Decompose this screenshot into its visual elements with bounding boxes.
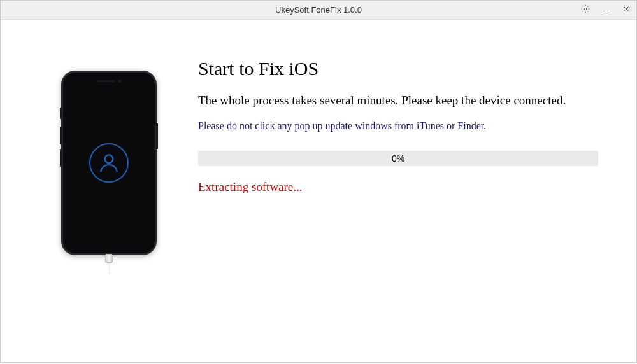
phone-button-decoration bbox=[156, 123, 158, 149]
svg-point-0 bbox=[584, 8, 587, 10]
settings-button[interactable] bbox=[575, 1, 596, 20]
cable-graphic bbox=[104, 254, 114, 273]
app-title: UkeySoft FoneFix 1.0.0 bbox=[275, 5, 362, 15]
page-subheading: The whole process takes several minutes.… bbox=[198, 94, 598, 108]
close-icon bbox=[622, 4, 631, 16]
titlebar: UkeySoft FoneFix 1.0.0 bbox=[1, 1, 636, 20]
svg-point-4 bbox=[105, 155, 113, 163]
status-text: Extracting software... bbox=[198, 180, 598, 194]
gear-icon bbox=[581, 4, 590, 16]
main-panel: Start to Fix iOS The whole process takes… bbox=[192, 58, 598, 337]
cable-wire-decoration bbox=[108, 263, 110, 274]
device-illustration bbox=[26, 58, 192, 337]
app-window: UkeySoft FoneFix 1.0.0 bbox=[0, 0, 637, 363]
phone-camera-decoration bbox=[118, 80, 122, 83]
phone-button-decoration bbox=[60, 127, 62, 144]
close-button[interactable] bbox=[616, 1, 636, 20]
content-area: Start to Fix iOS The whole process takes… bbox=[1, 20, 636, 362]
page-heading: Start to Fix iOS bbox=[198, 58, 598, 80]
minimize-button[interactable] bbox=[596, 1, 616, 20]
cable-connector-decoration bbox=[105, 254, 113, 263]
phone-graphic bbox=[61, 71, 157, 255]
user-icon bbox=[89, 143, 129, 183]
progress-percent: 0% bbox=[392, 153, 404, 164]
warning-text: Please do not click any pop up update wi… bbox=[198, 120, 598, 132]
phone-speaker-decoration bbox=[97, 80, 115, 82]
progress-bar: 0% bbox=[198, 151, 598, 166]
phone-notch bbox=[90, 77, 128, 85]
phone-button-decoration bbox=[60, 149, 62, 167]
titlebar-controls bbox=[575, 1, 636, 20]
minimize-icon bbox=[601, 4, 610, 16]
phone-button-decoration bbox=[60, 108, 62, 119]
